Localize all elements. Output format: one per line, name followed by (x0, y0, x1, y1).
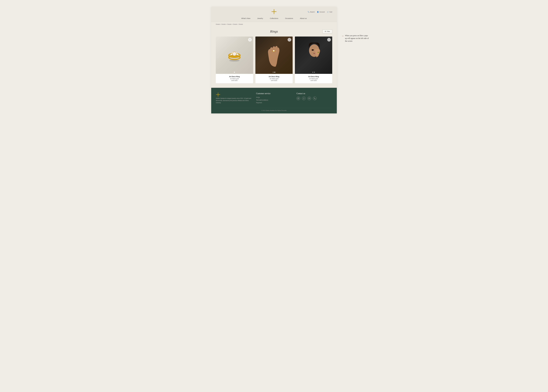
email-icon[interactable] (308, 97, 311, 100)
svg-point-18 (273, 50, 274, 51)
footer-contact: Contact us (296, 92, 332, 105)
dot-2-1 (273, 72, 274, 73)
search-label: Search (310, 11, 315, 13)
product-info-1: Art Deco Ring 18 Yellow gold SAR 8200 (216, 74, 253, 83)
wishlist-button-3[interactable]: ♡ (327, 38, 331, 42)
product-card-2[interactable]: ♡ Art Deco Ring 18 Yellow gold SAR 8200 (255, 36, 293, 83)
cart-button[interactable]: 🛒 Cart (327, 11, 332, 13)
products-grid: ♡ Art Deco Ring 18 Yellow gold SAR 8200 (216, 36, 332, 83)
product-name-2: Art Deco Ring (257, 76, 291, 77)
page-header: Rings ⚙ Filter (216, 29, 332, 33)
header: 🔍 Search 👤 Account 🛒 Cart (211, 7, 337, 22)
footer-grid: Atlelier Qelada for elegant jewelry sinc… (216, 92, 332, 105)
account-icon: 👤 (317, 11, 319, 13)
svg-rect-2 (272, 11, 274, 12)
product-price-3: SAR 8200 (297, 80, 330, 81)
svg-point-21 (312, 49, 313, 50)
svg-point-15 (229, 60, 239, 62)
nav-whats-new[interactable]: What's New (241, 17, 250, 20)
footer: Atlelier Qelada for elegant jewelry sinc… (211, 88, 337, 113)
product-name-3: Art Deco Ring (297, 76, 330, 77)
nav-about[interactable]: About us (300, 17, 307, 20)
logo[interactable] (271, 9, 277, 15)
main-content: Rings ⚙ Filter (211, 27, 337, 88)
footer-payment-link[interactable]: Payment (256, 102, 292, 104)
account-label: Account (319, 11, 325, 13)
dot-1-1 (234, 72, 235, 73)
filter-label: Filter (327, 31, 330, 32)
dot-2-2 (274, 72, 275, 73)
svg-point-10 (233, 52, 236, 55)
svg-point-14 (236, 52, 237, 53)
footer-logo-icon (216, 92, 220, 97)
search-button[interactable]: 🔍 Search (308, 11, 315, 13)
whatsapp-icon[interactable] (302, 97, 306, 100)
svg-point-32 (299, 98, 299, 98)
product-image-1: ♡ (216, 36, 253, 74)
nav-collections[interactable]: Collections (270, 17, 278, 20)
cart-label: Cart (329, 11, 332, 13)
search-icon: 🔍 (308, 11, 309, 13)
svg-point-13 (232, 52, 233, 53)
carousel-dots-1 (234, 72, 235, 73)
header-actions: 🔍 Search 👤 Account 🛒 Cart (308, 11, 332, 13)
svg-rect-3 (274, 11, 276, 12)
hand-illustration-2 (263, 42, 285, 68)
nav-occasions[interactable]: Occasions (285, 17, 293, 20)
copyright-text: © 2012 Qilada Jewellery By Fatima Fiocci… (261, 110, 287, 111)
page-title: Rings (270, 29, 278, 33)
product-card-3[interactable]: ♡ Art Deco Ring 18 Yellow gold SAR 8200 (295, 36, 332, 83)
contact-icons (296, 97, 332, 100)
product-metal-3: 18 Yellow gold (297, 78, 330, 80)
phone-icon[interactable] (313, 97, 316, 100)
svg-point-12 (237, 53, 238, 55)
product-card-1[interactable]: ♡ Art Deco Ring 18 Yellow gold SAR 8200 (216, 36, 253, 83)
annotation-arrow: → (341, 35, 344, 37)
header-top: 🔍 Search 👤 Account 🛒 Cart (216, 9, 332, 15)
footer-customer-service: Customer service FAQs Terms&Conditions P… (256, 92, 292, 105)
wishlist-button-1[interactable]: ♡ (248, 38, 252, 42)
footer-contact-title: Contact us (296, 92, 332, 95)
annotation-text: When you press on filter a pop-up will a… (345, 34, 369, 42)
footer-terms-link[interactable]: Terms&Conditions (256, 99, 292, 101)
nav-jewelry[interactable]: Jewelry (257, 17, 263, 20)
product-image-2: ♡ (255, 36, 293, 74)
filter-annotation: → When you press on filter a pop-up will… (341, 34, 369, 42)
main-nav: What's New Jewelry Collections Occasions… (241, 17, 307, 20)
ring-illustration-1 (225, 46, 244, 64)
product-name-1: Art Deco Ring (218, 76, 251, 77)
svg-rect-26 (216, 94, 218, 95)
carousel-dots-3 (312, 72, 315, 73)
product-metal-2: 18 Yellow gold (257, 78, 291, 80)
svg-rect-27 (218, 94, 220, 95)
svg-rect-30 (297, 98, 299, 99)
cart-icon: 🛒 (327, 11, 329, 13)
product-image-3: ♡ (295, 36, 332, 74)
product-price-2: SAR 8200 (257, 80, 291, 81)
filter-button[interactable]: ⚙ Filter (323, 29, 332, 33)
account-button[interactable]: 👤 Account (317, 11, 325, 13)
breadcrumb: Details > Details > Details > Details > … (211, 22, 337, 27)
footer-bottom: © 2012 Qilada Jewellery By Fatima Fiocci… (216, 108, 332, 111)
footer-faqs-link[interactable]: FAQs (256, 97, 292, 98)
filter-icon: ⚙ (325, 31, 326, 32)
instagram-icon[interactable] (296, 97, 300, 100)
dot-3-2 (314, 72, 315, 73)
carousel-dots-2 (273, 72, 275, 73)
svg-point-31 (298, 98, 299, 98)
portrait-illustration-3 (302, 42, 325, 68)
product-price-1: SAR 8200 (218, 80, 251, 81)
logo-icon (271, 9, 277, 14)
svg-rect-23 (318, 52, 319, 53)
footer-brand: Atlelier Qelada for elegant jewelry sinc… (216, 92, 252, 105)
svg-point-11 (231, 53, 232, 55)
svg-rect-1 (274, 12, 274, 14)
product-info-3: Art Deco Ring 18 Yellow gold SAR 8200 (295, 74, 332, 83)
product-metal-1: 18 Yellow gold (218, 78, 251, 80)
dot-3-1 (312, 72, 313, 73)
svg-rect-25 (218, 95, 218, 97)
footer-customer-service-title: Customer service (256, 92, 292, 95)
footer-brand-text: Atlelier Qelada for elegant jewelry sinc… (216, 97, 252, 104)
product-info-2: Art Deco Ring 18 Yellow gold SAR 8200 (255, 74, 293, 83)
breadcrumb-text: Details > Details > Details > Details > … (216, 23, 243, 25)
